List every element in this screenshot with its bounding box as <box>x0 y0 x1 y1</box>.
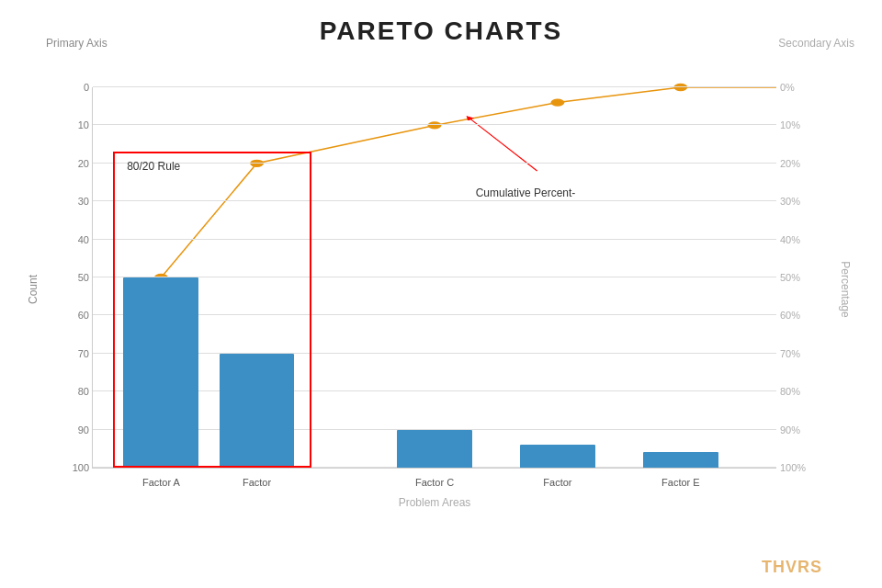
grid-line <box>93 124 776 125</box>
svg-point-3 <box>550 98 564 106</box>
chart-area: Problem Areas 00%1010%2020%3030%4040%505… <box>92 87 776 469</box>
y-tick-left: 20 <box>78 158 89 169</box>
x-label-2: Factor C <box>415 477 454 488</box>
y-tick-right: 60% <box>780 310 800 321</box>
y-tick-left: 50 <box>78 272 89 283</box>
bar-2 <box>397 430 472 468</box>
y-tick-right: 90% <box>780 424 800 435</box>
y-tick-left: 10 <box>78 119 89 130</box>
y-tick-right: 80% <box>780 386 800 397</box>
y-tick-right: 40% <box>780 234 800 245</box>
y-tick-right: 30% <box>780 196 800 207</box>
grid-line <box>93 86 776 87</box>
svg-point-4 <box>673 84 687 91</box>
grid-line <box>93 239 776 240</box>
x-label-3: Factor <box>543 477 571 488</box>
y-tick-left: 30 <box>78 196 89 207</box>
y-tick-right: 10% <box>780 119 800 130</box>
x-label-0: Factor A <box>142 477 180 488</box>
grid-line <box>93 200 776 201</box>
rule-8020-label: 80/20 Rule <box>127 160 180 173</box>
y-tick-right: 100% <box>780 462 806 473</box>
x-label-4: Factor E <box>662 477 700 488</box>
chart-container: Primary Axis Secondary Axis Count Percen… <box>55 64 827 514</box>
y-tick-right: 0% <box>780 82 795 93</box>
y-tick-left: 90 <box>78 424 89 435</box>
y-tick-left: 60 <box>78 310 89 321</box>
bar-3 <box>520 445 595 468</box>
primary-axis-label: Primary Axis <box>46 37 107 50</box>
y-tick-left: 70 <box>78 348 89 359</box>
y-tick-right: 20% <box>780 158 800 169</box>
bar-1 <box>220 354 295 468</box>
y-tick-right: 50% <box>780 272 800 283</box>
y-tick-left: 40 <box>78 234 89 245</box>
y-tick-left: 0 <box>84 82 89 93</box>
y-tick-left: 80 <box>78 386 89 397</box>
count-axis-label: Count <box>27 275 40 304</box>
bar-4 <box>643 452 718 468</box>
page-title: PARETO CHARTS <box>0 0 882 46</box>
percentage-axis-label: Percentage <box>838 261 851 317</box>
x-axis-title: Problem Areas <box>399 496 471 509</box>
secondary-axis-label: Secondary Axis <box>778 37 854 50</box>
y-tick-right: 70% <box>780 348 800 359</box>
watermark: THVRS <box>762 558 822 577</box>
bar-0 <box>123 277 198 468</box>
y-tick-left: 100 <box>73 462 89 473</box>
grid-line <box>93 163 776 164</box>
cumulative-percent-label: Cumulative Percent- <box>476 187 576 199</box>
x-label-1: Factor <box>243 477 271 488</box>
